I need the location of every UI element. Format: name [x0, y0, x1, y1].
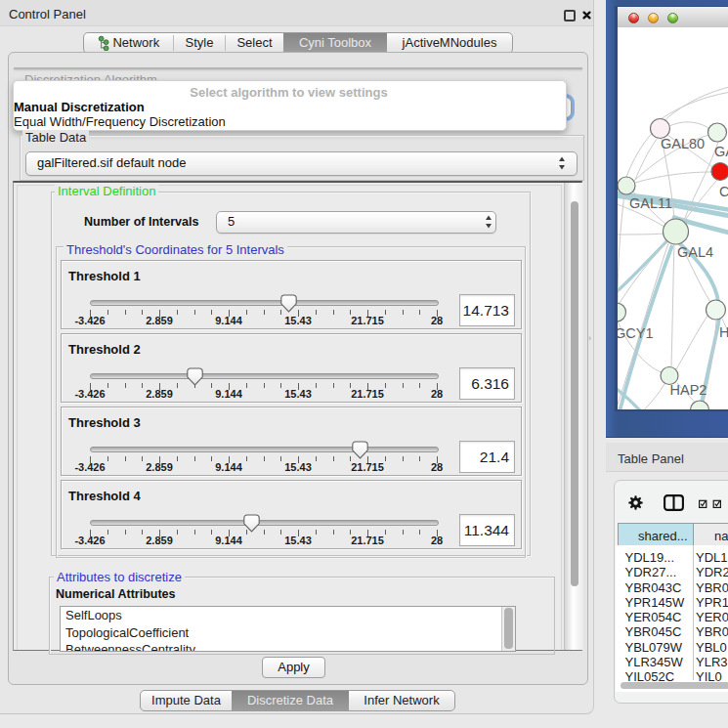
svg-text:GAL80: GAL80 [661, 136, 705, 151]
svg-text:HAP2: HAP2 [670, 382, 707, 398]
svg-text:GAL11: GAL11 [629, 195, 672, 211]
svg-text:C: C [719, 184, 728, 199]
svg-text:GA: GA [714, 144, 728, 159]
svg-text:GAL4: GAL4 [677, 244, 713, 260]
svg-text:H: H [719, 324, 728, 340]
svg-text:GCY1: GCY1 [618, 325, 654, 341]
